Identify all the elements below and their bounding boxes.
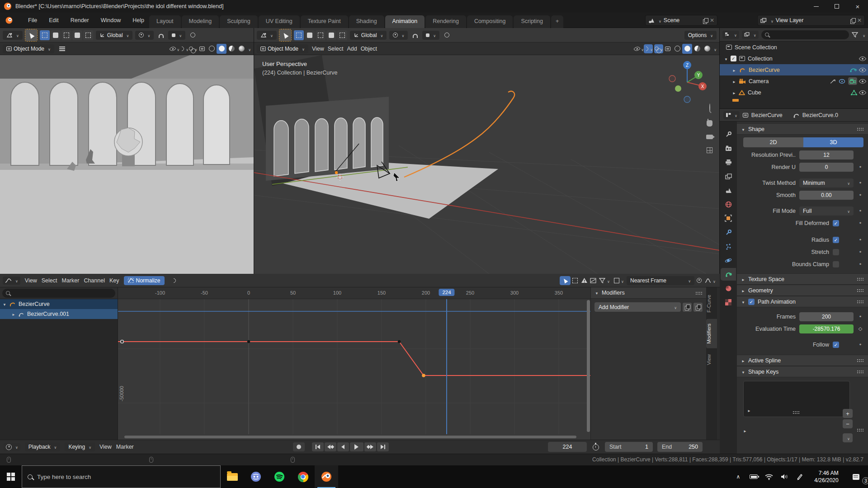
animate-dot[interactable] [857,207,863,214]
taskbar-search[interactable]: Type here to search [22,465,221,488]
wifi-icon[interactable] [762,465,776,488]
dimension-2d-button[interactable]: 2D [743,137,803,147]
resolution-field[interactable]: 12 [799,150,854,160]
shading-rendered-button[interactable] [236,44,246,54]
visibility-dropdown[interactable] [635,44,644,53]
select-mode-subtract[interactable] [72,30,82,40]
taskbar-discord[interactable] [244,465,268,488]
drag-grip-icon[interactable] [857,428,863,432]
viewport-right-canvas[interactable]: Z X Y User Perspective (224) Collection … [254,55,719,274]
expand-icon[interactable] [732,78,736,84]
add-modifier-button[interactable]: Add Modifier [594,302,681,312]
volume-icon[interactable] [778,465,791,488]
tab-object-data[interactable] [721,268,736,281]
menu-key[interactable]: Key [109,277,119,284]
battery-icon[interactable] [747,465,760,488]
auto-normalize-refresh-button[interactable] [169,276,178,285]
select-mode-tweak[interactable] [40,30,50,40]
transform-orientation-dropdown[interactable]: Global [350,31,387,40]
animate-dot[interactable] [857,313,863,320]
filter-icon[interactable] [852,32,858,38]
jump-to-start-button[interactable] [312,442,324,451]
mode-dropdown[interactable]: Object Mode [3,44,54,53]
overlays-dropdown[interactable] [654,44,663,53]
panel-shape-header[interactable]: Shape [737,123,868,135]
tab-uv-editing[interactable]: UV Editing [259,15,300,28]
menu-render[interactable]: Render [71,17,89,23]
normalize-toggle[interactable]: Normalize [124,276,165,285]
show-errors-button[interactable] [580,276,589,285]
taskbar-blender[interactable] [315,465,338,488]
tab-tool[interactable] [721,128,736,141]
filter-dropdown[interactable] [598,276,611,285]
shape-keys-list[interactable] [743,381,850,417]
drag-grip-icon[interactable] [857,300,863,303]
keyframe-diamond-icon[interactable] [857,326,863,332]
pan-hand-icon[interactable] [707,120,712,127]
collection-checkbox[interactable] [731,56,736,61]
expand-icon[interactable] [747,406,751,414]
tab-render[interactable] [721,142,736,155]
viewport-left-canvas[interactable] [0,55,254,274]
twist-method-dropdown[interactable]: Minimum [799,178,854,188]
windows-ink-pen-icon[interactable] [793,465,807,488]
panel-shape-keys-header[interactable]: Shape Keys [737,366,868,377]
auto-keying-button[interactable] [293,442,305,451]
snap-dropdown[interactable]: Nearest Frame [627,276,694,285]
animate-dot[interactable] [857,341,863,348]
select-mode-intersect[interactable] [337,30,347,40]
select-mode-new[interactable] [51,30,61,40]
tab-physics[interactable] [721,254,736,267]
active-tool-select-button[interactable] [25,29,37,41]
channel-search[interactable] [2,289,115,298]
active-tool-select-button[interactable] [279,29,291,41]
animate-dot[interactable] [857,220,863,226]
channel-row-beziercurve[interactable]: BezierCurve [0,299,118,309]
play-button[interactable] [350,442,363,451]
menu-marker[interactable]: Marker [116,444,134,450]
vertical-scrollbar[interactable] [587,300,590,432]
snap-target-dropdown[interactable] [422,31,439,40]
menu-select[interactable]: Select [328,46,344,52]
select-mode-new[interactable] [305,30,315,40]
proportional-edit-button[interactable] [694,276,703,285]
options-dropdown[interactable]: Options [684,31,717,40]
snap-toggle-button[interactable] [156,31,165,40]
follow-checkbox[interactable] [833,342,839,348]
panel-active-spline-header[interactable]: Active Spline [737,355,868,366]
menu-window[interactable]: Window [101,17,121,23]
stretch-checkbox[interactable] [833,249,839,255]
tab-modifiers[interactable] [721,226,736,239]
transform-orientation-dropdown[interactable]: Global [96,31,133,40]
tab-material[interactable] [721,282,736,295]
breadcrumb-object[interactable]: BezierCurve [751,112,783,118]
shading-solid-button[interactable] [217,44,226,54]
current-frame-badge[interactable]: 224 [439,289,454,296]
shading-material-button[interactable] [226,44,236,54]
use-preview-range-button[interactable] [591,442,600,451]
tab-world[interactable] [721,198,736,211]
fill-deformed-checkbox[interactable] [833,220,839,226]
tab-particles[interactable] [721,240,736,253]
drag-grip-icon[interactable] [857,370,863,373]
shading-wireframe-button[interactable] [207,44,217,54]
gizmos-dropdown[interactable] [644,44,653,53]
shape-key-add-button[interactable]: + [843,409,853,418]
tab-modifiers[interactable]: Modifiers [706,319,717,348]
keyframe-point[interactable] [121,340,124,343]
keyframe-point[interactable] [398,340,401,343]
bounds-clamp-checkbox[interactable] [833,261,839,267]
modifiers-panel-header[interactable]: Modifiers [591,287,706,299]
select-mode-extend[interactable] [61,30,71,40]
tab-view-layer[interactable] [721,170,736,183]
tab-compositing[interactable]: Compositing [467,15,513,28]
camera-view-icon[interactable] [706,135,713,139]
editor-type-button[interactable] [722,31,739,39]
tab-rendering[interactable]: Rendering [425,15,466,28]
editor-type-button[interactable] [4,443,20,451]
gizmos-dropdown[interactable] [179,44,189,53]
zoom-tool-icon[interactable] [709,104,710,112]
mode-dropdown[interactable]: Object Mode [257,44,308,53]
tab-animation[interactable]: Animation [385,15,425,28]
expand-icon[interactable] [3,301,6,307]
